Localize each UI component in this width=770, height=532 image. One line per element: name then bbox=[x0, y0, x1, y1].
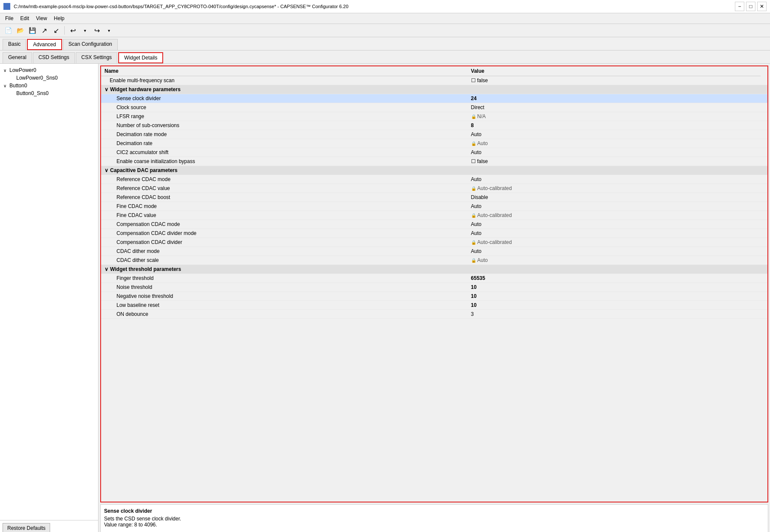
menu-file[interactable]: File bbox=[2, 14, 17, 23]
table-row[interactable]: Compensation CDAC modeAuto bbox=[101, 220, 767, 229]
table-row[interactable]: Compensation CDAC divider modeAuto bbox=[101, 229, 767, 238]
new-button[interactable]: 📄 bbox=[3, 25, 14, 36]
table-row[interactable]: ∨Capacitive DAC parameters bbox=[101, 166, 767, 175]
menu-view[interactable]: View bbox=[33, 14, 51, 23]
prop-name: CDAC dither mode bbox=[101, 247, 468, 256]
prop-scroll-cell bbox=[761, 130, 767, 139]
tab-widget-details[interactable]: Widget Details bbox=[118, 52, 163, 63]
prop-scroll-cell bbox=[761, 121, 767, 130]
prop-scroll-cell bbox=[761, 229, 767, 238]
table-row[interactable]: ON debounce3 bbox=[101, 310, 767, 319]
prop-value: Auto bbox=[468, 130, 761, 139]
prop-scroll-cell bbox=[761, 139, 767, 148]
window-title: C:/mtw/mtb-example-psoc4-msclp-low-power… bbox=[14, 4, 349, 9]
table-row[interactable]: Number of sub-conversions8 bbox=[101, 121, 767, 130]
table-row[interactable]: Reference CDAC boostDisable bbox=[101, 193, 767, 202]
prop-name: Reference CDAC boost bbox=[101, 193, 468, 202]
import-button[interactable]: ↙ bbox=[51, 25, 62, 36]
lock-icon: 🔒 bbox=[471, 114, 478, 119]
prop-name: Enable coarse initialization bypass bbox=[101, 157, 468, 166]
prop-scroll-cell bbox=[761, 301, 767, 310]
table-row[interactable]: ∨Widget hardware parameters bbox=[101, 85, 767, 94]
table-row[interactable]: LFSR range🔒 N/A bbox=[101, 112, 767, 121]
table-row[interactable]: Negative noise threshold10 bbox=[101, 292, 767, 301]
tab-scan-configuration[interactable]: Scan Configuration bbox=[63, 39, 118, 50]
menu-edit[interactable]: Edit bbox=[17, 14, 33, 23]
prop-scroll-cell bbox=[761, 247, 767, 256]
checkbox-icon[interactable]: ☐ bbox=[471, 77, 477, 83]
tab-csx-settings[interactable]: CSX Settings bbox=[76, 52, 117, 63]
undo-dropdown-button[interactable]: ▾ bbox=[79, 25, 90, 36]
table-row[interactable]: Compensation CDAC divider🔒 Auto-calibrat… bbox=[101, 238, 767, 247]
tree-item-lowpower0[interactable]: ∨ LowPower0 bbox=[2, 66, 96, 74]
tree-toggle-button0: ∨ bbox=[3, 83, 9, 88]
redo-button[interactable]: ↪ bbox=[91, 25, 102, 36]
tree-item-button0-sns0[interactable]: Button0_Sns0 bbox=[2, 89, 96, 97]
table-row[interactable]: Reference CDAC modeAuto bbox=[101, 175, 767, 184]
prop-scroll-cell bbox=[761, 103, 767, 112]
table-row[interactable]: Enable coarse initialization bypass☐ fal… bbox=[101, 157, 767, 166]
tree-item-button0[interactable]: ∨ Button0 bbox=[2, 82, 96, 89]
prop-value: ☐ false bbox=[468, 76, 761, 85]
prop-value: 10 bbox=[468, 301, 761, 310]
maximize-button[interactable]: □ bbox=[746, 2, 755, 11]
tree-item-lowpower0-sns0[interactable]: LowPower0_Sns0 bbox=[2, 74, 96, 82]
close-button[interactable]: ✕ bbox=[757, 2, 767, 11]
table-row[interactable]: Enable multi-frequency scan☐ false bbox=[101, 76, 767, 85]
prop-value[interactable]: 24 bbox=[468, 94, 761, 103]
prop-value: 🔒 Auto-calibrated bbox=[468, 238, 761, 247]
prop-value: 🔒 N/A bbox=[468, 112, 761, 121]
prop-name: ON debounce bbox=[101, 310, 468, 319]
tab-general[interactable]: General bbox=[3, 52, 32, 63]
prop-name: Compensation CDAC mode bbox=[101, 220, 468, 229]
table-row[interactable]: Sense clock divider24 bbox=[101, 94, 767, 103]
table-row[interactable]: Decimation rate modeAuto bbox=[101, 130, 767, 139]
prop-value: Disable bbox=[468, 193, 761, 202]
scroll-col bbox=[761, 66, 767, 76]
open-button[interactable]: 📂 bbox=[15, 25, 26, 36]
save-button[interactable]: 💾 bbox=[27, 25, 38, 36]
redo-dropdown-button[interactable]: ▾ bbox=[103, 25, 114, 36]
prop-scroll-cell bbox=[761, 283, 767, 292]
prop-scroll-cell bbox=[761, 310, 767, 319]
prop-value: Direct bbox=[468, 103, 761, 112]
prop-name: Decimation rate mode bbox=[101, 130, 468, 139]
table-row[interactable]: Fine CDAC value🔒 Auto-calibrated bbox=[101, 211, 767, 220]
table-row[interactable]: CDAC dither modeAuto bbox=[101, 247, 767, 256]
tab-advanced[interactable]: Advanced bbox=[27, 39, 62, 50]
table-row[interactable]: ∨Widget threshold parameters bbox=[101, 265, 767, 274]
table-row[interactable]: Finger threshold65535 bbox=[101, 274, 767, 283]
table-row[interactable]: CDAC dither scale🔒 Auto bbox=[101, 256, 767, 265]
table-row[interactable]: Fine CDAC modeAuto bbox=[101, 202, 767, 211]
lock-icon: 🔒 bbox=[471, 141, 478, 146]
tab-csd-settings[interactable]: CSD Settings bbox=[33, 52, 75, 63]
table-row[interactable]: Low baseline reset10 bbox=[101, 301, 767, 310]
table-row[interactable]: CIC2 accumulator shiftAuto bbox=[101, 148, 767, 157]
undo-button[interactable]: ↩ bbox=[67, 25, 78, 36]
checkbox-icon[interactable]: ☐ bbox=[471, 158, 477, 164]
tab-basic[interactable]: Basic bbox=[3, 39, 26, 50]
menu-help[interactable]: Help bbox=[51, 14, 68, 23]
prop-value: ☐ false bbox=[468, 157, 761, 166]
prop-value: 65535 bbox=[468, 274, 761, 283]
main-tabs: Basic Advanced Scan Configuration bbox=[0, 37, 770, 51]
prop-scroll-cell bbox=[761, 184, 767, 193]
properties-table: Name Value Enable multi-frequency scan☐ … bbox=[101, 66, 767, 319]
lock-icon: 🔒 bbox=[471, 240, 478, 245]
prop-name: Compensation CDAC divider mode bbox=[101, 229, 468, 238]
minimize-button[interactable]: − bbox=[735, 2, 744, 11]
toolbar: 📄 📂 💾 ↗ ↙ ↩ ▾ ↪ ▾ bbox=[0, 24, 770, 37]
prop-name: Negative noise threshold bbox=[101, 292, 468, 301]
prop-scroll-cell bbox=[761, 220, 767, 229]
lock-icon: 🔒 bbox=[471, 213, 478, 218]
tree-area: ∨ LowPower0 LowPower0_Sns0 ∨ Button0 But… bbox=[0, 64, 98, 520]
restore-defaults-button[interactable]: Restore Defaults bbox=[3, 523, 50, 532]
table-row[interactable]: Decimation rate🔒 Auto bbox=[101, 139, 767, 148]
col-value-header: Value bbox=[468, 66, 761, 76]
table-row[interactable]: Noise threshold10 bbox=[101, 283, 767, 292]
prop-scroll-cell bbox=[761, 238, 767, 247]
prop-scroll-cell bbox=[761, 76, 767, 85]
export-button[interactable]: ↗ bbox=[39, 25, 50, 36]
table-row[interactable]: Reference CDAC value🔒 Auto-calibrated bbox=[101, 184, 767, 193]
table-row[interactable]: Clock sourceDirect bbox=[101, 103, 767, 112]
